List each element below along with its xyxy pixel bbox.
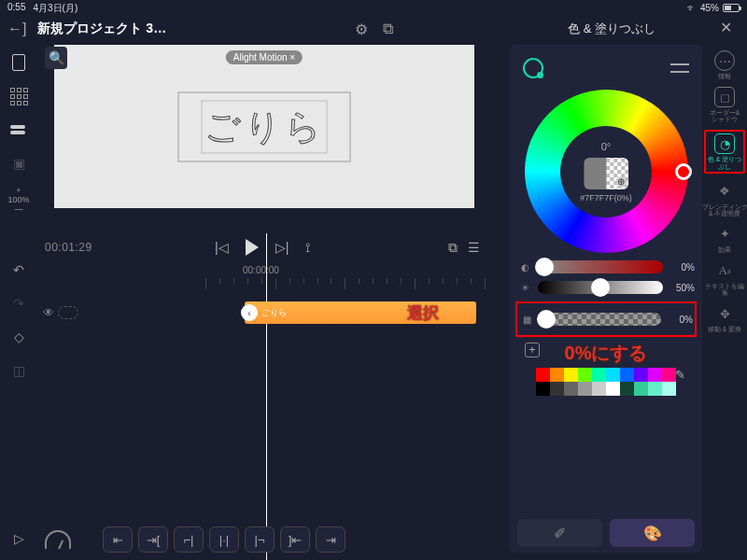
hex-readout: #7F7F7F(0%) — [580, 193, 632, 203]
track-thumb[interactable] — [58, 306, 78, 319]
solid-color-tab[interactable] — [523, 58, 543, 78]
hue-handle[interactable] — [675, 163, 692, 180]
battery-icon — [723, 4, 740, 12]
text-element[interactable]: ごりら — [178, 91, 351, 161]
trim-in-icon[interactable]: ⇥[ — [138, 526, 168, 553]
back-icon[interactable]: ←] — [7, 21, 26, 37]
card-tool-icon[interactable] — [8, 52, 29, 73]
saturation-slider[interactable]: ◐ 0% — [517, 260, 695, 273]
wifi-icon: ᯤ — [687, 3, 697, 13]
timecode: 00:01:29 — [45, 241, 92, 254]
color-fill-panel: 0° ⊕ #7F7F7F(0%) ◐ 0% ☀ 50% ▦ 0% + 0%にする… — [510, 45, 702, 553]
trim-start-icon[interactable]: ⇤ — [103, 526, 133, 553]
keyframe-icon[interactable]: ◇ — [8, 327, 29, 347]
border-shadow-tab[interactable]: ◻ボーダー& シャドウ — [704, 87, 745, 122]
skip-start-icon[interactable]: |◁ — [215, 240, 229, 255]
swatch-cell[interactable] — [592, 382, 606, 396]
lightness-slider[interactable]: ☀ 50% — [517, 281, 695, 294]
edit-swatches-icon[interactable]: ✎ — [675, 368, 685, 382]
split-right-icon[interactable]: |¬ — [245, 526, 275, 553]
swatch-cell[interactable] — [662, 382, 676, 396]
trim-out-icon[interactable]: ]⇤ — [280, 526, 310, 553]
layers-tool-icon[interactable] — [8, 119, 29, 140]
canvas-area: 🔍 Alight Motion × ごりら — [45, 45, 484, 231]
clip[interactable]: ‹ ごりら 選択 — [245, 301, 476, 324]
play-button[interactable] — [246, 239, 259, 256]
swatch-cell[interactable] — [592, 368, 606, 382]
swatch-cell[interactable] — [648, 368, 662, 382]
current-color-swatch[interactable]: ⊕ — [584, 158, 628, 189]
edit-text-tab[interactable]: Aaテキストを編集 — [704, 260, 745, 296]
redo-icon[interactable]: ↷ — [8, 293, 29, 314]
hue-wheel[interactable]: 0° ⊕ #7F7F7F(0%) — [525, 90, 688, 253]
swatch-cell[interactable] — [578, 382, 592, 396]
alpha-icon: ▦ — [519, 315, 534, 325]
swatch-cell[interactable] — [578, 368, 592, 382]
swatch-cell[interactable] — [634, 382, 648, 396]
grid-tool-icon[interactable] — [8, 86, 29, 106]
swatch-cell[interactable] — [634, 368, 648, 382]
zoom-readout[interactable]: + 100% — — [8, 187, 29, 215]
canvas[interactable]: Alight Motion × ごりら — [54, 45, 474, 208]
trim-end-icon[interactable]: ⇥ — [316, 526, 345, 553]
share-icon[interactable]: ⧉ — [383, 21, 393, 38]
settings-icon[interactable]: ⚙ — [355, 21, 368, 38]
speed-gauge-icon[interactable] — [45, 530, 71, 549]
play-outline-icon[interactable]: ▷ — [8, 528, 29, 549]
swatch-cell[interactable] — [648, 382, 662, 396]
annotation-alpha: 0%にする — [517, 341, 695, 366]
alpha-slider[interactable]: ▦ 0% — [519, 313, 693, 326]
saturation-icon: ◐ — [517, 262, 532, 273]
watermark-badge[interactable]: Alight Motion × — [226, 50, 303, 64]
effects-tab[interactable]: ✦効果 — [704, 224, 745, 253]
bookmark-icon[interactable]: ⟟ — [305, 240, 310, 256]
left-toolbar: ▣ + 100% — ↶ ↷ ◇ ◫ ▷ — [0, 45, 37, 560]
palette-button[interactable]: 🎨 — [610, 519, 695, 547]
magnify-icon[interactable]: 🔍 — [45, 47, 67, 69]
project-title[interactable]: 新規プロジェクト 3… — [37, 21, 166, 37]
swatch-cell[interactable] — [564, 368, 578, 382]
swatch-cell[interactable] — [550, 368, 564, 382]
swatch-cell[interactable] — [662, 368, 676, 382]
menu-lines-icon[interactable]: ☰ — [468, 240, 480, 255]
swatch-cell[interactable] — [536, 382, 550, 396]
playhead[interactable] — [266, 233, 267, 560]
info-tab[interactable]: ⋯情報 — [704, 50, 745, 79]
battery-pct: 45% — [700, 3, 719, 13]
split-icon[interactable]: |·| — [209, 526, 239, 553]
timeline-ruler[interactable]: 00:00:00 — [37, 265, 486, 293]
swatch-cell[interactable] — [620, 382, 634, 396]
right-sidebar: ⋯情報 ◻ボーダー& シャドウ ◔色 & 塗りつぶし ❖ブレンディング & 不透… — [702, 45, 747, 560]
eyedropper-button[interactable]: ✐ — [517, 519, 602, 547]
split-left-icon[interactable]: ⌐| — [174, 526, 204, 553]
visibility-icon[interactable]: 👁 — [43, 306, 54, 319]
skip-end-icon[interactable]: ▷| — [275, 240, 289, 255]
mask-tool-icon[interactable]: ◫ — [8, 360, 29, 381]
track-row: 👁 ‹ ごりら 選択 — [37, 299, 486, 327]
clip-handle-left[interactable]: ‹ — [241, 304, 258, 321]
hue-readout: 0° — [580, 141, 632, 152]
close-icon[interactable]: ✕ — [720, 19, 732, 36]
swatch-cell[interactable] — [564, 382, 578, 396]
clip-label: ごりら — [261, 307, 287, 319]
transform-tab[interactable]: ✥移動 & 変換 — [704, 303, 745, 332]
blending-tab[interactable]: ❖ブレンディング & 不透明度 — [704, 181, 745, 217]
camera-tool-icon[interactable]: ▣ — [8, 153, 29, 174]
undo-icon[interactable]: ↶ — [8, 259, 29, 280]
swatch-grid — [536, 368, 676, 396]
header: ←] 新規プロジェクト 3… ⚙ ⧉ 色 & 塗りつぶし ✕ — [0, 15, 747, 43]
add-swatch-button[interactable]: + — [525, 343, 540, 357]
status-date: 4月3日(月) — [33, 2, 78, 13]
color-fill-tab[interactable]: ◔色 & 塗りつぶし — [704, 130, 745, 173]
swatch-cell[interactable] — [620, 368, 634, 382]
swatch-cell[interactable] — [606, 382, 620, 396]
swatch-cell[interactable] — [606, 368, 620, 382]
copy-icon[interactable]: ⧉ — [448, 240, 458, 256]
annotation-select: 選択 — [407, 302, 439, 324]
bottom-bar: ⇤ ⇥[ ⌐| |·| |¬ ]⇤ ⇥ — [37, 526, 486, 553]
adjust-sliders-icon[interactable] — [670, 62, 689, 75]
add-color-icon[interactable]: ⊕ — [615, 176, 627, 188]
panel-title: 色 & 塗りつぶし — [568, 21, 655, 37]
swatch-cell[interactable] — [550, 382, 564, 396]
swatch-cell[interactable] — [536, 368, 550, 382]
